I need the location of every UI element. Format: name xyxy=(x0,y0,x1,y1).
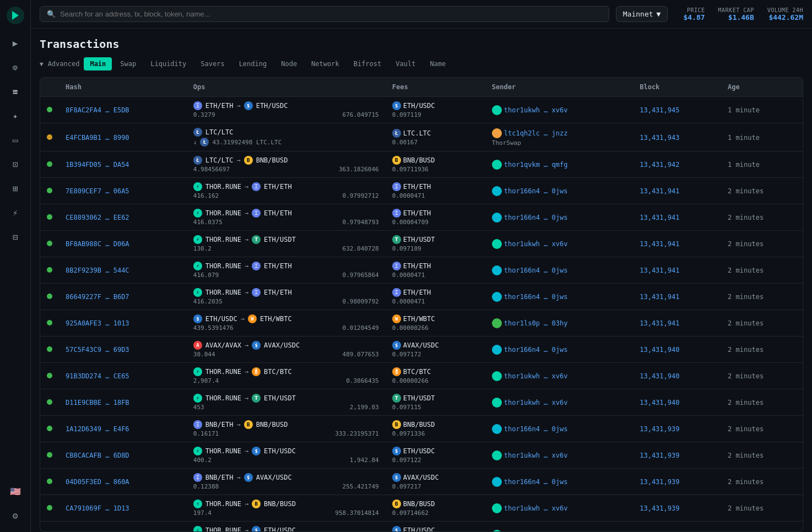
sender-link[interactable]: thor1ls0p … 03hy xyxy=(504,319,568,327)
status-cell xyxy=(40,469,59,495)
block-number[interactable]: 13,431,943 xyxy=(640,134,679,142)
sender-link[interactable]: thor1qvkm … qmfg xyxy=(504,161,568,169)
search-box[interactable]: 🔍 xyxy=(40,6,609,22)
sender-link[interactable]: thor166n4 … 0jws xyxy=(504,293,568,301)
main-content: 🔍 Mainnet ▼ PRICE $4.87 MARKET CAP $1.46… xyxy=(31,0,812,532)
status-cell xyxy=(40,123,59,151)
sidebar-flag-icon[interactable]: 🇺🇸 xyxy=(6,481,25,501)
tx-hash[interactable]: 57C5F43C9 … 69D3 xyxy=(66,346,129,354)
sender-link[interactable]: thor1ukwh … xv6v xyxy=(504,240,568,248)
tab-savers[interactable]: Savers xyxy=(194,57,230,70)
sender-link[interactable]: thor166n4 … 0jws xyxy=(504,425,568,433)
sender-link[interactable]: ltc1qh2lc … jnzz xyxy=(504,129,568,137)
tx-hash[interactable]: 91B3DD274 … CE65 xyxy=(66,372,129,380)
tx-hash[interactable]: 1A12D6349 … E4F6 xyxy=(66,425,129,433)
sender-link[interactable]: thor166n4 … 0jws xyxy=(504,267,568,274)
block-number[interactable]: 13,431,941 xyxy=(640,214,679,221)
tab-node[interactable]: Node xyxy=(275,57,303,70)
block-number[interactable]: 13,431,940 xyxy=(640,346,679,354)
tab-bifrost[interactable]: Bifrost xyxy=(348,57,388,70)
tab-lending[interactable]: Lending xyxy=(233,57,273,70)
search-input[interactable] xyxy=(60,10,602,18)
sidebar-play-icon[interactable]: ▶ xyxy=(6,33,25,53)
network-selector[interactable]: Mainnet ▼ xyxy=(616,6,668,22)
sidebar-transactions-icon[interactable]: ≡ xyxy=(6,82,25,101)
block-number[interactable]: 13,431,939 xyxy=(640,504,679,512)
tab-main[interactable]: Main xyxy=(84,57,112,70)
status-cell xyxy=(40,257,59,284)
coin-icon-eth: Ξ xyxy=(392,288,401,297)
ops-td: ⚡ THOR.RUNE → Ξ ETH/ETH 416.162 0.979927… xyxy=(187,178,386,204)
sidebar-tokens-icon[interactable]: ⊡ xyxy=(6,154,25,174)
sender-link[interactable]: thor1ukwh … xv6v xyxy=(504,504,568,512)
tx-hash[interactable]: 1B394FD05 … DA54 xyxy=(66,161,129,169)
block-number[interactable]: 13,431,945 xyxy=(640,106,679,114)
tx-hash[interactable]: CB8CACAFB … 6D8D xyxy=(66,452,129,459)
sender-link[interactable]: thor1ukwh … xv6v xyxy=(504,106,568,114)
table-row: 1A12D6349 … E4F6 Ξ BNB/ETH → B BNB/BUSD … xyxy=(40,416,803,442)
sidebar-analytics-icon[interactable]: ⎊ xyxy=(6,57,25,77)
coin-icon-rune: ⚡ xyxy=(193,367,202,376)
tx-hash[interactable]: 8B2F9239B … 544C xyxy=(66,267,129,274)
block-number[interactable]: 13,431,941 xyxy=(640,240,679,248)
tab-vault[interactable]: Vault xyxy=(389,57,421,70)
block-number[interactable]: 13,431,939 xyxy=(640,478,679,486)
block-cell: 13,431,941 xyxy=(633,284,721,310)
block-cell: 13,431,941 xyxy=(633,257,721,284)
sidebar-lightning-icon[interactable]: ⚡ xyxy=(6,203,25,222)
sender-link[interactable]: thor166n4 … 0jws xyxy=(504,214,568,221)
volume-label: VOLUME 24H xyxy=(767,7,803,13)
block-number[interactable]: 13,431,939 xyxy=(640,425,679,433)
col-status xyxy=(40,78,59,97)
sender-link[interactable]: thor1ukwh … xv6v xyxy=(504,372,568,380)
tx-hash[interactable]: BF8AB988C … D06A xyxy=(66,240,129,248)
tab-liquidity[interactable]: Liquidity xyxy=(144,57,192,70)
sidebar-settings-icon[interactable]: ⚙ xyxy=(6,506,25,525)
sidebar-groups-icon[interactable]: ⊞ xyxy=(6,178,25,198)
block-number[interactable]: 13,431,940 xyxy=(640,399,679,406)
tx-hash[interactable]: D11E9CBBE … 18FB xyxy=(66,399,129,406)
age-cell: 2 minutes xyxy=(721,416,803,442)
sender-link[interactable]: thor166n4 … 0jws xyxy=(504,346,568,354)
age-value: 2 minutes xyxy=(728,293,764,301)
tx-hash[interactable]: 04D05F3ED … 860A xyxy=(66,478,129,486)
sender-cell: thor1ukwh … xv6v xyxy=(492,503,626,513)
age-cell: 2 minutes xyxy=(721,469,803,495)
sender-link[interactable]: thor1ukwh … xv6v xyxy=(504,399,568,406)
ops-cell: Ξ BNB/ETH → B BNB/BUSD 0.16171 333.23195… xyxy=(193,420,379,437)
tx-hash[interactable]: 8F8AC2FA4 … E5DB xyxy=(66,106,129,114)
sender-link[interactable]: thor1ukwh … xv6v xyxy=(504,452,568,459)
ops-td: Ł LTC/LTC → B BNB/BUSD 4.98456697 363.18… xyxy=(187,151,386,178)
ops-td: ⚡ THOR.RUNE → B BNB/BUSD 197.4 958.37014… xyxy=(187,495,386,522)
app-logo[interactable] xyxy=(7,7,24,24)
tx-hash[interactable]: CE8893062 … EE62 xyxy=(66,214,129,221)
sidebar-nodes-icon[interactable]: ✦ xyxy=(6,106,25,126)
table-row: 1B394FD05 … DA54 Ł LTC/LTC → B BNB/BUSD … xyxy=(40,151,803,178)
tab-network[interactable]: Network xyxy=(305,57,345,70)
block-number[interactable]: 13,431,941 xyxy=(640,187,679,195)
tx-hash[interactable]: 86649227F … B6D7 xyxy=(66,293,129,301)
sender-link[interactable]: thor166n4 … 0jws xyxy=(504,187,568,195)
tx-hash[interactable]: E4FCBA9B1 … 8990 xyxy=(66,134,129,142)
tx-hash[interactable]: 925A0AFE3 … 1013 xyxy=(66,319,129,327)
age-value: 2 minutes xyxy=(728,452,764,459)
tab-name[interactable]: Name xyxy=(424,57,452,70)
fees-cell: ₿ BTC/BTC 0.00000266 xyxy=(386,363,485,389)
block-number[interactable]: 13,431,941 xyxy=(640,319,679,327)
coin-icon-usdc: $ xyxy=(193,314,202,323)
network-label: Mainnet xyxy=(623,10,653,18)
fees-cell: ₮ ETH/USDT 0.097109 xyxy=(386,231,485,257)
tab-swap[interactable]: Swap xyxy=(114,57,142,70)
avatar xyxy=(492,128,502,138)
sidebar-reports-icon[interactable]: ⊟ xyxy=(6,227,25,247)
sender-link[interactable]: thor166n4 … 0jws xyxy=(504,478,568,486)
tx-hash[interactable]: 7E809CEF7 … 06A5 xyxy=(66,187,129,195)
block-number[interactable]: 13,431,939 xyxy=(640,452,679,459)
block-number[interactable]: 13,431,942 xyxy=(640,161,679,169)
block-number[interactable]: 13,431,941 xyxy=(640,293,679,301)
status-indicator xyxy=(47,188,52,193)
tx-hash[interactable]: CA791069F … 1D13 xyxy=(66,504,129,512)
block-number[interactable]: 13,431,940 xyxy=(640,372,679,380)
block-number[interactable]: 13,431,941 xyxy=(640,267,679,274)
sidebar-pools-icon[interactable]: ▭ xyxy=(6,130,25,150)
